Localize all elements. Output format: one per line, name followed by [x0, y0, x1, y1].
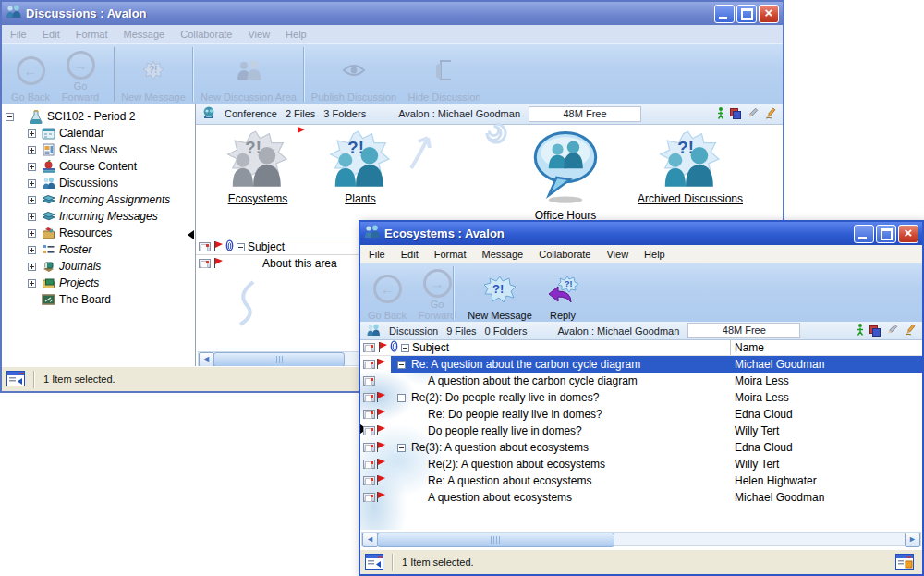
- scroll-left-arrow[interactable]: ◄: [362, 533, 378, 547]
- message-row[interactable]: Re: A question about ecosystems Helen Hi…: [360, 472, 922, 489]
- message-row[interactable]: Re(2): A question about ecosystems Willy…: [360, 456, 922, 472]
- new-message-button[interactable]: ?! New Message: [118, 49, 188, 103]
- tree-item-projects[interactable]: Projects: [2, 275, 195, 291]
- menu-format[interactable]: Format: [434, 249, 467, 260]
- summary-view-icon[interactable]: [895, 554, 914, 571]
- expand-plus[interactable]: [28, 263, 36, 271]
- minimize-button[interactable]: [854, 225, 874, 243]
- menu-help[interactable]: Help: [286, 29, 307, 40]
- maximize-button[interactable]: [736, 5, 757, 23]
- pane-collapse-arrow[interactable]: [188, 230, 194, 239]
- expand-plus[interactable]: [28, 196, 36, 204]
- message-row[interactable]: Re(2): Do people really live in domes? M…: [360, 389, 922, 406]
- menu-file[interactable]: File: [10, 29, 27, 40]
- tree-item-class-news[interactable]: Class News: [2, 141, 195, 158]
- menu-edit[interactable]: Edit: [43, 29, 60, 40]
- tree-item-journals[interactable]: Journals: [2, 258, 195, 275]
- scroll-right-arrow[interactable]: ►: [905, 533, 920, 547]
- desktop-icon-ecosystems[interactable]: ?! Ecosystems: [207, 130, 309, 205]
- expand-plus[interactable]: [28, 163, 36, 171]
- menu-format[interactable]: Format: [76, 29, 108, 40]
- permissions-squares-icon[interactable]: [869, 325, 881, 337]
- column-divider[interactable]: [730, 340, 731, 355]
- expand-plus[interactable]: [28, 229, 36, 238]
- tree-item-discussions[interactable]: Discussions: [2, 175, 195, 191]
- free-space-indicator: 48M Free: [687, 323, 800, 338]
- menu-view[interactable]: View: [248, 29, 270, 40]
- online-person-icon[interactable]: [857, 324, 864, 337]
- expand-plus[interactable]: [28, 129, 36, 138]
- go-back-button[interactable]: ← Go Back: [9, 49, 52, 103]
- expand-plus[interactable]: [28, 279, 36, 288]
- scroll-left-arrow[interactable]: ◄: [199, 352, 214, 367]
- ecosystems-title-bar[interactable]: Ecosystems : Avalon: [360, 222, 922, 245]
- desktop-icon-plants[interactable]: ?! Plants: [314, 130, 407, 205]
- split-pane-icon[interactable]: [365, 554, 383, 571]
- menu-file[interactable]: File: [369, 249, 385, 260]
- scrollbar-thumb[interactable]: [213, 352, 345, 367]
- pencil-icon[interactable]: [886, 324, 898, 337]
- hide-discussion-button[interactable]: Hide Discussion: [403, 49, 486, 103]
- split-pane-icon[interactable]: [6, 371, 25, 388]
- scrollbar-thumb[interactable]: [377, 533, 614, 547]
- signature-pen-icon[interactable]: [764, 107, 777, 121]
- menu-help[interactable]: Help: [644, 249, 665, 260]
- toolbar-separator: [303, 47, 304, 102]
- expand-plus[interactable]: [28, 213, 36, 221]
- new-discussion-area-button[interactable]: New Discussion Area: [198, 49, 299, 103]
- thread-collapse-box[interactable]: [397, 361, 406, 369]
- pencil-icon[interactable]: [747, 107, 759, 121]
- close-button[interactable]: [759, 5, 779, 23]
- menu-message[interactable]: Message: [482, 249, 524, 260]
- desktop-icon-office-hours[interactable]: Office Hours: [510, 130, 621, 222]
- minimize-button[interactable]: [714, 5, 735, 23]
- go-back-button[interactable]: ← Go Back: [366, 268, 408, 321]
- collapse-all-box[interactable]: [237, 243, 245, 251]
- message-subject: Re(3): A question about ecosystems: [411, 441, 589, 454]
- reply-button[interactable]: ?! Reply: [541, 268, 584, 321]
- message-row[interactable]: Do people really live in domes? Willy Te…: [360, 423, 922, 439]
- menu-message[interactable]: Message: [124, 29, 165, 40]
- message-row[interactable]: A question about ecosystems Michael Good…: [360, 489, 922, 506]
- go-forward-button[interactable]: → Go Forward: [54, 49, 107, 103]
- tree-item-calendar[interactable]: Calendar: [2, 125, 195, 141]
- tree-item-the-board[interactable]: The Board: [2, 291, 195, 308]
- expand-plus[interactable]: [28, 146, 36, 154]
- permissions-squares-icon[interactable]: [730, 108, 741, 119]
- discussions-title-bar[interactable]: Discussions : Avalon: [2, 2, 783, 25]
- new-message-button[interactable]: ?! New Message: [462, 268, 538, 321]
- menu-collaborate[interactable]: Collaborate: [539, 249, 590, 260]
- tree-item-course-content[interactable]: Course Content: [2, 158, 195, 175]
- signature-pen-icon[interactable]: [904, 324, 917, 337]
- discussion-icon: [366, 324, 381, 338]
- message-row[interactable]: Re: Do people really live in domes? Edna…: [360, 406, 922, 423]
- menu-view[interactable]: View: [606, 249, 628, 260]
- thread-collapse-box[interactable]: [397, 444, 406, 452]
- message-row[interactable]: A question about the carbon cycle diagra…: [360, 373, 922, 389]
- expand-plus[interactable]: [28, 246, 36, 254]
- list-header[interactable]: Subject Name: [360, 340, 922, 356]
- menu-edit[interactable]: Edit: [401, 249, 419, 260]
- tree-item-resources[interactable]: Resources: [2, 225, 195, 241]
- collapse-all-box[interactable]: [401, 344, 409, 352]
- maximize-button[interactable]: [876, 225, 896, 243]
- online-person-icon[interactable]: [717, 107, 724, 121]
- window-title: Discussions : Avalon: [26, 6, 147, 20]
- arrow-doodle: [404, 127, 441, 173]
- message-row[interactable]: Re: A question about the carbon cycle di…: [360, 356, 922, 373]
- tree-item-sci102[interactable]: SCI102 - Period 2: [2, 108, 195, 125]
- expand-plus[interactable]: [28, 179, 36, 188]
- desktop-icon-archived-discussions[interactable]: ?! Archived Discussions: [621, 130, 760, 205]
- menu-collaborate[interactable]: Collaborate: [180, 29, 232, 40]
- tree-item-incoming-assignments[interactable]: Incoming Assignments: [2, 191, 195, 208]
- go-forward-button[interactable]: → Go Forward: [410, 268, 464, 321]
- tree-item-roster[interactable]: Roster: [2, 241, 195, 258]
- collapse-expander[interactable]: [6, 113, 14, 121]
- thread-collapse-box[interactable]: [397, 394, 406, 402]
- tree-item-incoming-messages[interactable]: Incoming Messages: [2, 208, 195, 225]
- message-row[interactable]: Re(3): A question about ecosystems Edna …: [360, 439, 922, 456]
- close-button[interactable]: [898, 225, 918, 243]
- publish-discussion-button[interactable]: Publish Discussion: [307, 49, 401, 103]
- horizontal-scrollbar[interactable]: ◄ ►: [361, 532, 921, 546]
- file-count: 2 Files: [286, 108, 315, 119]
